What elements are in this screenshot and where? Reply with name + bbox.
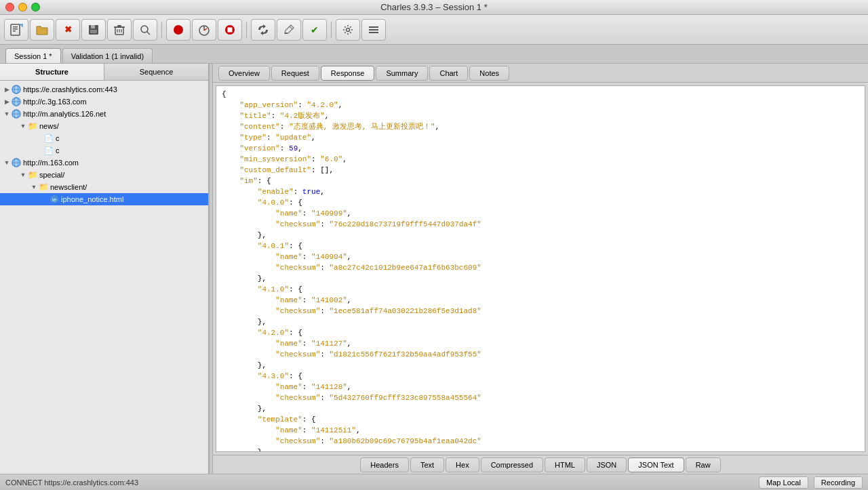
tree-toggle-c3g[interactable]: ▶ bbox=[3, 98, 11, 106]
validate-button[interactable]: ✔ bbox=[302, 19, 327, 41]
tree-toggle-news[interactable]: ▼ bbox=[19, 122, 27, 130]
json-line-2: "title": "4.2版发布", bbox=[222, 110, 859, 121]
sidebar-tab-sequence[interactable]: Sequence bbox=[104, 64, 208, 80]
save-button[interactable] bbox=[81, 19, 106, 41]
bottom-tab-text[interactable]: Text bbox=[410, 457, 444, 472]
stop-button[interactable] bbox=[218, 19, 242, 41]
tab-overview[interactable]: Overview bbox=[218, 66, 270, 81]
bottom-tab-compressed[interactable]: Compressed bbox=[481, 457, 543, 472]
recording-button[interactable]: Recording bbox=[814, 476, 863, 489]
minimize-button[interactable] bbox=[18, 3, 27, 12]
tab-summary[interactable]: Summary bbox=[376, 66, 428, 81]
record-button[interactable] bbox=[166, 19, 191, 41]
tree-toggle-crashlytics[interactable]: ▶ bbox=[3, 85, 11, 94]
bottom-tab-raw[interactable]: Raw bbox=[686, 457, 721, 472]
svg-rect-8 bbox=[90, 30, 97, 33]
sidebar-tab-bar: Structure Sequence bbox=[0, 64, 208, 81]
json-line-9: "enable": true, bbox=[222, 186, 859, 197]
json-line-17: }, bbox=[222, 273, 859, 284]
toolbar-separator-3 bbox=[331, 22, 332, 38]
folder-icon-newsclient: 📁 bbox=[38, 182, 49, 192]
globe-icon-m163 bbox=[11, 157, 22, 168]
json-line-5: "version": 59, bbox=[222, 143, 859, 154]
tree-label-m163: http://m.163.com bbox=[23, 159, 79, 167]
tree-item-manalytics[interactable]: ▼ http://m.analytics.126.net bbox=[0, 108, 208, 120]
svg-text:ie: ie bbox=[52, 197, 57, 203]
throttle-button[interactable] bbox=[192, 19, 216, 41]
globe-icon-crashlytics bbox=[11, 84, 22, 95]
json-line-13: }, bbox=[222, 230, 859, 241]
json-line-18: "4.1.0": { bbox=[222, 284, 859, 295]
json-content-area: { "app_version": "4.2.0", "title": "4.2版… bbox=[216, 85, 865, 452]
tree-item-special[interactable]: ▼ 📁 special/ bbox=[0, 169, 208, 181]
globe-icon-manalytics bbox=[11, 108, 22, 119]
tree-item-c1[interactable]: ▶ 📄 c bbox=[0, 132, 208, 144]
json-line-6: "min_sysversion": "6.0", bbox=[222, 154, 859, 165]
tree-label-newsclient: newsclient/ bbox=[50, 183, 87, 191]
bottom-tab-json-text[interactable]: JSON Text bbox=[628, 457, 684, 472]
tab-response[interactable]: Response bbox=[321, 66, 375, 81]
json-line-25: }, bbox=[222, 360, 859, 371]
tree-item-iphone-notice[interactable]: ▶ ie iphone_notice.html bbox=[0, 193, 208, 205]
tree-label-news: news/ bbox=[39, 122, 59, 130]
sidebar-tab-structure[interactable]: Structure bbox=[0, 64, 104, 80]
svg-point-23 bbox=[347, 28, 350, 31]
window-title: Charles 3.9.3 – Session 1 * bbox=[380, 2, 488, 12]
sidebar-tree: ▶ https://e.crashlytics.com:443 ▶ http:/… bbox=[0, 81, 208, 474]
close-file-button[interactable]: ✖ bbox=[56, 19, 80, 41]
json-line-0: { bbox=[222, 89, 859, 100]
map-local-button[interactable]: Map Local bbox=[759, 476, 808, 489]
json-line-30: "template": { bbox=[222, 414, 859, 425]
tree-toggle-manalytics[interactable]: ▼ bbox=[3, 110, 11, 118]
edit-button[interactable] bbox=[277, 19, 301, 41]
json-line-16: "checksum": "a8c27c42c1012b9ee647a1f6b63… bbox=[222, 262, 859, 273]
tree-label-manalytics: http://m.analytics.126.net bbox=[23, 110, 106, 118]
json-line-22: "4.2.0": { bbox=[222, 327, 859, 338]
tree-toggle-special[interactable]: ▼ bbox=[19, 171, 27, 179]
svg-rect-14 bbox=[117, 25, 121, 26]
json-line-32: "checksum": "a180b62b09c69c76795b4af1eaa… bbox=[222, 436, 859, 447]
tab-request[interactable]: Request bbox=[271, 66, 319, 81]
bottom-tab-html[interactable]: HTML bbox=[545, 457, 585, 472]
json-line-33: } bbox=[222, 447, 859, 452]
svg-rect-1 bbox=[13, 26, 18, 28]
search-button[interactable] bbox=[133, 19, 157, 41]
repeat-button[interactable] bbox=[251, 19, 275, 41]
json-line-19: "name": "141002", bbox=[222, 295, 859, 306]
json-line-31: "name": "141125i1", bbox=[222, 425, 859, 436]
new-session-button[interactable] bbox=[4, 19, 28, 41]
json-line-12: "checksum": "76c220d18c73719f9fff5447d03… bbox=[222, 219, 859, 230]
status-bar: CONNECT https://e.crashlytics.com:443 Ma… bbox=[0, 474, 868, 490]
bottom-tab-json[interactable]: JSON bbox=[587, 457, 627, 472]
extra-settings-button[interactable] bbox=[361, 19, 386, 41]
tab-chart[interactable]: Chart bbox=[429, 66, 468, 81]
maximize-button[interactable] bbox=[31, 3, 40, 12]
tree-item-crashlytics[interactable]: ▶ https://e.crashlytics.com:443 bbox=[0, 83, 208, 96]
json-line-26: "4.3.0": { bbox=[222, 371, 859, 382]
tree-item-m163[interactable]: ▼ http://m.163.com bbox=[0, 157, 208, 169]
bottom-tab-headers[interactable]: Headers bbox=[360, 457, 409, 472]
main-layout: Structure Sequence ▶ https://e.crashlyti… bbox=[0, 64, 868, 474]
tree-item-news[interactable]: ▼ 📁 news/ bbox=[0, 120, 208, 132]
close-button[interactable] bbox=[5, 3, 14, 12]
settings-button[interactable] bbox=[336, 19, 360, 41]
globe-icon-c3g bbox=[11, 96, 22, 107]
trash-button[interactable] bbox=[107, 19, 132, 41]
svg-rect-20 bbox=[228, 27, 233, 32]
open-button[interactable] bbox=[30, 19, 54, 41]
svg-line-21 bbox=[290, 26, 292, 29]
tree-label-c2: c bbox=[56, 146, 60, 155]
tree-item-c2[interactable]: ▶ 📄 c bbox=[0, 144, 208, 157]
session-tab-1[interactable]: Session 1 * bbox=[5, 48, 61, 63]
session-tab-validation[interactable]: Validation 1 (1 invalid) bbox=[62, 48, 153, 63]
json-line-28: "checksum": "5d432760ff9cfff323c897558a4… bbox=[222, 392, 859, 403]
tab-notes[interactable]: Notes bbox=[469, 66, 509, 81]
tree-toggle-newsclient[interactable]: ▼ bbox=[30, 183, 38, 191]
tree-item-c3g[interactable]: ▶ http://c.3g.163.com bbox=[0, 96, 208, 108]
bottom-tab-hex[interactable]: Hex bbox=[446, 457, 479, 472]
tree-item-newsclient[interactable]: ▼ 📁 newsclient/ bbox=[0, 181, 208, 193]
tree-toggle-m163[interactable]: ▼ bbox=[3, 159, 11, 167]
svg-rect-2 bbox=[13, 28, 18, 30]
json-line-10: "4.0.0": { bbox=[222, 197, 859, 208]
json-line-1: "app_version": "4.2.0", bbox=[222, 100, 859, 110]
